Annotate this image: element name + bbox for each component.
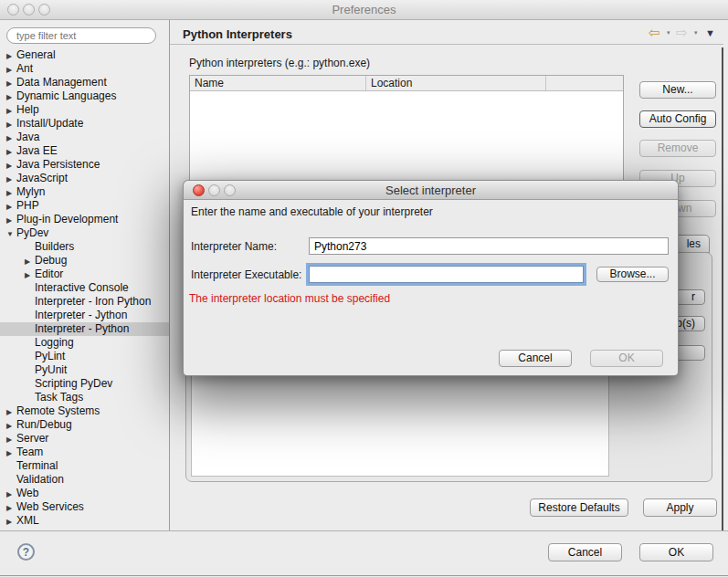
chevron-right-icon[interactable]: ▶ — [6, 118, 16, 131]
sidebar-item-label: Dynamic Languages — [16, 89, 116, 102]
apply-button[interactable]: Apply — [643, 498, 717, 517]
sidebar-item-logging[interactable]: Logging — [0, 336, 169, 350]
chevron-right-icon[interactable]: ▶ — [6, 446, 16, 460]
chevron-right-icon[interactable]: ▶ — [6, 159, 16, 173]
sidebar-item-interactive-console[interactable]: Interactive Console — [0, 281, 169, 295]
sidebar-item-xml[interactable]: ▶XML — [0, 514, 169, 528]
filter-input[interactable] — [6, 27, 156, 44]
chevron-right-icon[interactable]: ▶ — [6, 501, 16, 515]
sidebar-item-label: Java — [16, 131, 39, 143]
sidebar-item-general[interactable]: ▶General — [0, 48, 169, 62]
chevron-right-icon[interactable]: ▶ — [6, 405, 16, 419]
window-titlebar[interactable]: Preferences — [0, 0, 728, 20]
chevron-right-icon[interactable]: ▶ — [6, 77, 16, 90]
ok-button[interactable]: OK — [639, 543, 713, 561]
sidebar-item-plug-in-development[interactable]: ▶Plug-in Development — [0, 213, 169, 226]
sidebar-item-label: Editor — [35, 268, 63, 280]
chevron-right-icon[interactable]: ▶ — [6, 104, 16, 118]
chevron-right-icon[interactable]: ▶ — [6, 63, 16, 77]
new-button[interactable]: New... — [639, 81, 716, 99]
window-title: Preferences — [0, 3, 728, 16]
chevron-right-icon[interactable]: ▶ — [6, 419, 16, 433]
sidebar-item-run-debug[interactable]: ▶Run/Debug — [0, 418, 169, 432]
help-button[interactable]: ? — [17, 543, 35, 561]
auto-config-button[interactable]: Auto Config — [639, 110, 716, 128]
chevron-right-icon[interactable]: ▶ — [6, 214, 16, 227]
sidebar-item-help[interactable]: ▶Help — [0, 103, 169, 117]
sidebar-item-pyunit[interactable]: PyUnit — [0, 363, 169, 377]
sidebar-item-editor[interactable]: ▶Editor — [0, 268, 169, 281]
sidebar-item-label: Interpreter - Jython — [35, 309, 127, 321]
sidebar-item-interpreter-iron-python[interactable]: Interpreter - Iron Python — [0, 295, 169, 309]
column-header-empty[interactable] — [546, 76, 623, 90]
interpreter-executable-field[interactable] — [309, 266, 584, 283]
forward-arrow-icon[interactable]: ⇨ — [676, 25, 688, 41]
window-right-edge — [722, 47, 723, 532]
view-menu-icon[interactable]: ▼ — [705, 27, 715, 38]
browse-button[interactable]: Browse... — [596, 267, 669, 282]
sidebar-item-terminal[interactable]: Terminal — [0, 459, 169, 473]
sidebar-item-web-services[interactable]: ▶Web Services — [0, 500, 169, 514]
chevron-right-icon[interactable]: ▶ — [6, 131, 16, 145]
sidebar-item-team[interactable]: ▶Team — [0, 446, 169, 459]
sidebar-item-interpreter-python[interactable]: Interpreter - Python — [0, 322, 169, 336]
chevron-right-icon[interactable]: ▶ — [6, 173, 16, 186]
sidebar-item-label: Mylyn — [16, 185, 45, 198]
dialog-titlebar[interactable]: Select interpreter — [184, 181, 678, 200]
chevron-right-icon[interactable]: ▶ — [6, 145, 16, 159]
sidebar-item-server[interactable]: ▶Server — [0, 432, 169, 446]
sidebar-item-label: Validation — [16, 473, 64, 486]
sidebar-item-builders[interactable]: Builders — [0, 240, 169, 254]
chevron-right-icon[interactable]: ▶ — [6, 433, 16, 446]
chevron-right-icon[interactable]: ▶ — [6, 186, 16, 200]
dialog-cancel-button[interactable]: Cancel — [499, 350, 572, 367]
sidebar-item-label: Web Services — [16, 500, 84, 513]
sidebar-item-javascript[interactable]: ▶JavaScript — [0, 172, 169, 185]
sidebar-item-label: Task Tags — [35, 391, 83, 404]
interpreter-name-field[interactable] — [309, 237, 669, 255]
sidebar-item-php[interactable]: ▶PHP — [0, 199, 169, 213]
sidebar-item-ant[interactable]: ▶Ant — [0, 62, 169, 76]
sidebar-item-label: Data Management — [16, 76, 107, 89]
column-header-name[interactable]: Name — [190, 76, 366, 90]
sidebar-item-label: Help — [16, 103, 39, 116]
sidebar-item-label: Java Persistence — [16, 158, 100, 171]
sidebar-item-mylyn[interactable]: ▶Mylyn — [0, 185, 169, 199]
sidebar-item-install-update[interactable]: ▶Install/Update — [0, 117, 169, 131]
chevron-right-icon[interactable]: ▶ — [25, 255, 35, 268]
sidebar-item-label: Server — [16, 432, 48, 445]
sidebar-item-data-management[interactable]: ▶Data Management — [0, 76, 169, 89]
chevron-right-icon[interactable]: ▶ — [6, 488, 16, 501]
back-arrow-icon[interactable]: ⇦ — [649, 25, 660, 41]
back-dropdown-icon[interactable]: ▾ — [667, 29, 670, 37]
sidebar-item-java-persistence[interactable]: ▶Java Persistence — [0, 158, 169, 172]
chevron-right-icon[interactable]: ▶ — [6, 90, 16, 104]
chevron-right-icon[interactable]: ▶ — [6, 200, 16, 214]
sidebar-item-task-tags[interactable]: Task Tags — [0, 391, 169, 404]
sidebar-item-pylint[interactable]: PyLint — [0, 350, 169, 363]
sidebar-item-dynamic-languages[interactable]: ▶Dynamic Languages — [0, 89, 169, 103]
sidebar-item-web[interactable]: ▶Web — [0, 487, 169, 500]
sidebar-item-scripting-pydev[interactable]: Scripting PyDev — [0, 377, 169, 391]
sidebar-item-label: PyLint — [35, 350, 65, 362]
chevron-right-icon[interactable]: ▶ — [6, 49, 16, 63]
table-header: Name Location — [190, 76, 623, 91]
chevron-right-icon[interactable]: ▶ — [6, 515, 16, 529]
sidebar-item-debug[interactable]: ▶Debug — [0, 254, 169, 268]
restore-defaults-button[interactable]: Restore Defaults — [530, 498, 628, 517]
chevron-down-icon[interactable]: ▼ — [6, 227, 16, 241]
forward-dropdown-icon[interactable]: ▾ — [694, 29, 698, 37]
sidebar-item-java-ee[interactable]: ▶Java EE — [0, 144, 169, 158]
sidebar-item-pydev[interactable]: ▼PyDev — [0, 226, 169, 240]
sidebar-item-validation[interactable]: Validation — [0, 473, 169, 487]
sidebar-item-interpreter-jython[interactable]: Interpreter - Jython — [0, 309, 169, 322]
sidebar-item-label: Logging — [35, 336, 74, 349]
column-header-location[interactable]: Location — [366, 76, 546, 90]
sidebar-item-label: Run/Debug — [16, 418, 72, 431]
sidebar-item-java[interactable]: ▶Java — [0, 131, 169, 144]
sidebar-item-remote-systems[interactable]: ▶Remote Systems — [0, 404, 169, 418]
chevron-right-icon[interactable]: ▶ — [25, 268, 35, 282]
cancel-button[interactable]: Cancel — [548, 543, 622, 561]
page-title: Python Interpreters — [183, 27, 292, 41]
dialog-title: Select interpreter — [184, 184, 678, 197]
